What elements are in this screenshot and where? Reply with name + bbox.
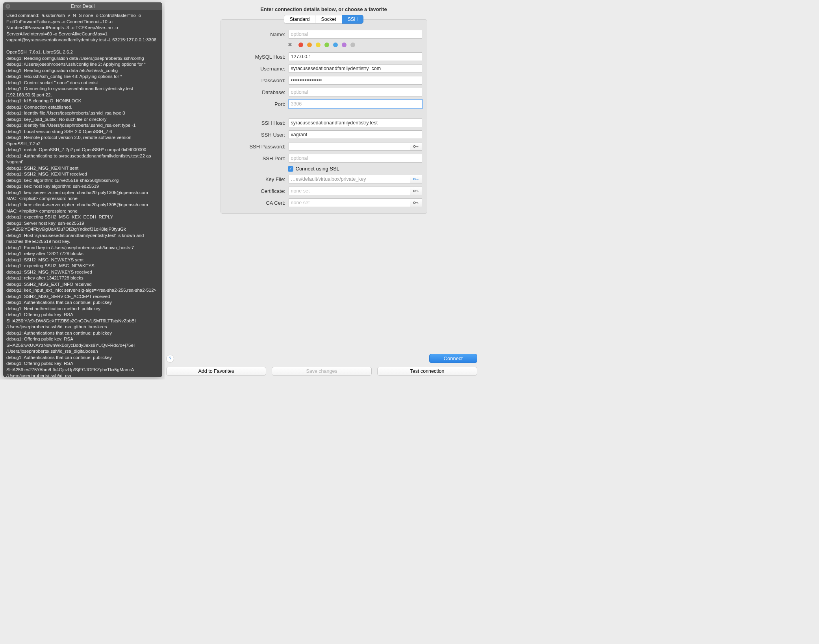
key-file-input[interactable]: [289, 175, 410, 183]
ssh-password-label: SSH Password:: [226, 144, 289, 150]
svg-point-0: [413, 146, 415, 148]
ssh-port-input[interactable]: [289, 154, 422, 163]
ssh-host-input[interactable]: [289, 118, 422, 127]
help-button[interactable]: ?: [166, 355, 174, 363]
ssh-user-label: SSH User:: [226, 132, 289, 138]
ssh-user-input[interactable]: [289, 130, 422, 139]
color-tag-blue[interactable]: [333, 43, 338, 47]
key-icon: [413, 201, 419, 205]
color-tag-red[interactable]: [298, 43, 303, 47]
connection-form: Standard Socket SSH Name: ✖ MySQL Host: …: [220, 19, 427, 214]
connect-button[interactable]: Connect: [429, 354, 477, 363]
error-title: Error Detail: [3, 4, 162, 9]
svg-point-12: [413, 202, 415, 204]
color-tag-gray[interactable]: [350, 43, 355, 47]
certificate-input[interactable]: [289, 187, 410, 195]
mysql-host-label: MySQL Host:: [226, 54, 289, 60]
ca-cert-chooser-button[interactable]: [410, 198, 422, 207]
color-tag-row: ✖: [221, 40, 427, 51]
clear-color-icon[interactable]: ✖: [288, 42, 292, 48]
error-body-text[interactable]: Used command: /usr/bin/ssh -v -N -S none…: [3, 10, 162, 377]
ssl-checkbox[interactable]: ✓: [288, 166, 293, 172]
save-changes-button[interactable]: Save changes: [272, 367, 372, 376]
ssl-checkbox-label: Connect using SSL: [296, 166, 339, 172]
svg-point-8: [413, 190, 415, 192]
mysql-host-input[interactable]: [289, 52, 422, 61]
certificate-chooser-button[interactable]: [410, 187, 422, 195]
ssh-port-label: SSH Port:: [226, 155, 289, 161]
username-input[interactable]: [289, 64, 422, 73]
key-icon: [413, 144, 419, 148]
tab-socket[interactable]: Socket: [315, 15, 341, 24]
color-tag-green[interactable]: [324, 43, 329, 47]
database-label: Database:: [226, 89, 289, 95]
error-titlebar: ✕ Error Detail: [3, 2, 162, 10]
add-to-favorites-button[interactable]: Add to Favorites: [166, 367, 266, 376]
color-tag-purple[interactable]: [342, 43, 346, 47]
color-tag-yellow[interactable]: [316, 43, 321, 47]
ssh-host-label: SSH Host:: [226, 120, 289, 126]
name-input[interactable]: [289, 30, 422, 39]
key-file-chooser-button[interactable]: [410, 175, 422, 183]
tab-standard[interactable]: Standard: [284, 15, 315, 24]
ca-cert-input[interactable]: [289, 198, 410, 207]
name-label: Name:: [226, 31, 289, 37]
key-icon: [413, 177, 419, 181]
tab-ssh[interactable]: SSH: [342, 15, 364, 24]
database-input[interactable]: [289, 88, 422, 96]
key-icon: [413, 189, 419, 193]
ssh-password-input[interactable]: [289, 142, 410, 151]
connection-type-tabs: Standard Socket SSH: [221, 15, 427, 24]
color-tag-orange[interactable]: [307, 43, 312, 47]
username-label: Username:: [226, 66, 289, 72]
ssh-keyfile-button[interactable]: [410, 142, 422, 151]
connection-pane: Enter connection details below, or choos…: [165, 2, 483, 379]
error-detail-popover: ✕ Error Detail Used command: /usr/bin/ss…: [3, 2, 162, 377]
connect-bar: ? Connect: [165, 354, 479, 363]
port-label: Port:: [226, 101, 289, 107]
certificate-label: Certificate:: [226, 188, 289, 194]
port-input[interactable]: [289, 100, 422, 108]
key-file-label: Key File:: [226, 176, 289, 182]
svg-point-4: [413, 178, 415, 180]
password-input[interactable]: [289, 76, 422, 85]
action-row: Add to Favorites Save changes Test conne…: [165, 367, 479, 376]
ca-cert-label: CA Cert:: [226, 200, 289, 206]
test-connection-button[interactable]: Test connection: [377, 367, 477, 376]
password-label: Password:: [226, 78, 289, 83]
